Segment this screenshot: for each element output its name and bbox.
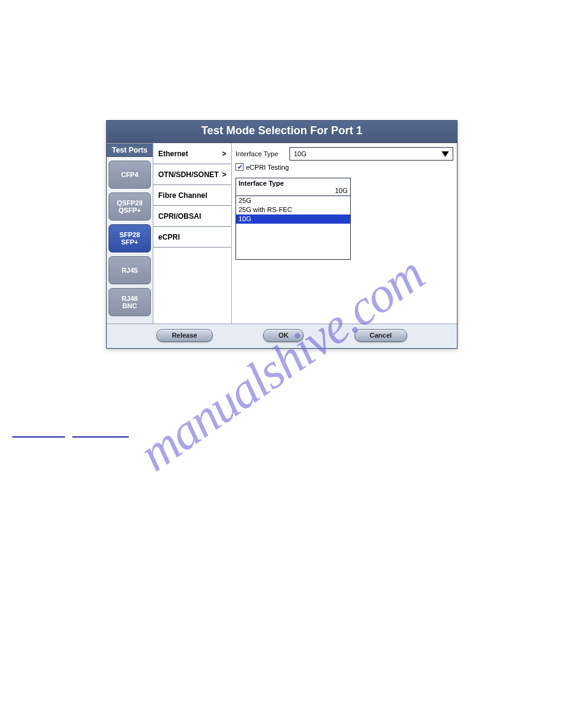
config-panel: Interface Type 10G ✔ eCPRI Testing Inter… [232, 143, 457, 324]
chevron-right-icon: > [220, 150, 226, 158]
ok-button[interactable]: OK [263, 329, 304, 342]
chevron-right-icon: > [220, 170, 226, 179]
port-label: CFP4 [121, 171, 138, 178]
port-label: RJ48 [121, 295, 137, 302]
chevron-down-icon [442, 151, 449, 157]
dropdown-option-25g[interactable]: 25G [236, 196, 350, 205]
ecpri-testing-checkbox[interactable]: ✔ eCPRI Testing [236, 163, 453, 171]
dialog-footer: Release OK Cancel [107, 324, 457, 348]
port-label: SFP28 [120, 231, 140, 238]
test-item-label: Ethernet [158, 150, 188, 158]
test-item-ecpri[interactable]: eCPRI [153, 227, 231, 248]
interface-type-value: 10G [294, 150, 307, 157]
test-item-label: CPRI/OBSAI [158, 212, 201, 221]
test-item-label: OTN/SDH/SONET [158, 170, 219, 179]
interface-type-dropdown: Interface Type 10G 25G 25G with RS-FEC 1… [236, 178, 351, 260]
test-item-label: Fibre Channel [158, 191, 207, 200]
dialog-window: Test Mode Selection For Port 1 Test Port… [106, 120, 458, 349]
dropdown-empty-area [236, 224, 350, 259]
port-sublabel: BNC [123, 302, 137, 309]
port-button-cfp4[interactable]: CFP4 [109, 161, 151, 189]
port-sublabel: SFP+ [121, 238, 139, 246]
port-sidebar: Test Ports CFP4 QSFP28 QSFP+ SFP28 SFP+ … [107, 143, 153, 324]
sidebar-header: Test Ports [107, 143, 153, 157]
underline-decoration [12, 436, 129, 438]
cancel-button[interactable]: Cancel [354, 329, 407, 342]
interface-type-label: Interface Type [236, 150, 289, 157]
test-item-otn[interactable]: OTN/SDH/SONET > [153, 164, 231, 185]
port-sublabel: QSFP+ [118, 207, 140, 214]
port-label: QSFP28 [117, 199, 142, 207]
test-item-cpri-obsai[interactable]: CPRI/OBSAI [153, 206, 231, 227]
release-button[interactable]: Release [156, 329, 213, 342]
checkbox-icon: ✔ [236, 163, 243, 171]
dropdown-current: 10G [335, 187, 348, 194]
port-button-rj48-bnc[interactable]: RJ48 BNC [109, 288, 151, 316]
port-button-qsfp28[interactable]: QSFP28 QSFP+ [109, 192, 151, 221]
dialog-title: Test Mode Selection For Port 1 [107, 121, 457, 143]
port-button-rj45[interactable]: RJ45 [109, 256, 151, 284]
port-button-sfp28[interactable]: SFP28 SFP+ [109, 224, 151, 252]
test-item-fibre-channel[interactable]: Fibre Channel [153, 185, 231, 206]
dropdown-header: Interface Type [239, 180, 284, 187]
ecpri-testing-label: eCPRI Testing [246, 164, 289, 171]
dropdown-option-10g[interactable]: 10G [236, 214, 350, 224]
dropdown-option-25g-rsfec[interactable]: 25G with RS-FEC [236, 205, 350, 214]
test-item-ethernet[interactable]: Ethernet > [153, 143, 231, 164]
interface-type-select[interactable]: 10G [289, 147, 453, 161]
test-mode-list: Ethernet > OTN/SDH/SONET > Fibre Channel… [153, 143, 232, 324]
port-label: RJ45 [121, 267, 137, 274]
test-item-label: eCPRI [158, 233, 180, 241]
